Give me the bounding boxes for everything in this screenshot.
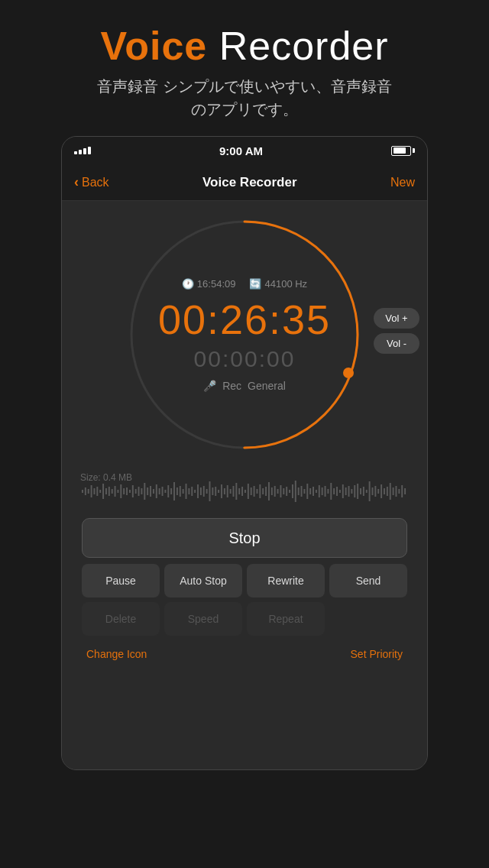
svg-rect-31 <box>164 490 166 493</box>
new-button[interactable]: New <box>390 176 415 189</box>
svg-rect-88 <box>333 488 335 494</box>
frequency-info: 🔄 44100 Hz <box>249 278 307 290</box>
svg-rect-107 <box>390 483 391 500</box>
svg-rect-43 <box>200 487 202 495</box>
svg-rect-68 <box>274 486 276 497</box>
svg-rect-29 <box>159 488 160 494</box>
svg-rect-28 <box>156 484 157 498</box>
svg-rect-12 <box>108 487 110 496</box>
waveform <box>74 472 415 510</box>
auto-stop-button[interactable]: Auto Stop <box>164 564 242 598</box>
svg-rect-47 <box>212 487 213 495</box>
svg-rect-76 <box>298 487 300 495</box>
rec-info: 🎤 Rec General <box>203 380 286 392</box>
stop-button[interactable]: Stop <box>82 518 407 558</box>
svg-rect-23 <box>141 488 142 494</box>
svg-rect-85 <box>325 486 326 497</box>
svg-rect-8 <box>96 487 98 496</box>
svg-rect-71 <box>283 488 284 494</box>
main-timer: 00:26:35 <box>158 296 331 343</box>
svg-rect-78 <box>303 489 305 494</box>
rewrite-button[interactable]: Rewrite <box>247 564 325 598</box>
back-button[interactable]: ‹ Back <box>74 174 109 190</box>
svg-rect-45 <box>206 489 208 494</box>
banner-subtitle: 音声録音 シンプルで使いやすい、音声録音のアプリです。 <box>31 75 458 121</box>
svg-rect-52 <box>227 485 228 497</box>
svg-rect-90 <box>339 490 341 493</box>
svg-rect-100 <box>369 481 371 501</box>
mic-icon: 🎤 <box>203 380 216 392</box>
nav-title: Voice Recorder <box>202 175 296 190</box>
svg-rect-111 <box>401 485 403 497</box>
svg-rect-91 <box>342 484 344 498</box>
svg-rect-13 <box>112 489 113 494</box>
svg-rect-77 <box>301 486 303 497</box>
status-time: 9:00 AM <box>219 144 263 157</box>
svg-rect-95 <box>354 485 355 497</box>
signal-bars <box>74 147 91 154</box>
svg-rect-98 <box>363 487 364 496</box>
svg-rect-96 <box>357 484 358 499</box>
pause-button[interactable]: Pause <box>82 564 160 598</box>
svg-rect-54 <box>233 486 235 497</box>
svg-rect-93 <box>348 486 350 497</box>
svg-rect-37 <box>183 489 184 494</box>
svg-rect-27 <box>153 489 154 494</box>
svg-rect-112 <box>404 488 406 494</box>
svg-rect-79 <box>306 484 308 499</box>
rec-label: Rec <box>222 380 241 392</box>
svg-rect-17 <box>123 488 125 494</box>
svg-rect-40 <box>191 487 193 496</box>
svg-rect-9 <box>99 490 101 493</box>
svg-rect-102 <box>374 486 376 497</box>
svg-rect-57 <box>241 487 243 496</box>
duration-value: 16:54:09 <box>197 278 236 290</box>
banner-title-white: Recorder <box>207 24 388 68</box>
svg-rect-66 <box>268 482 270 500</box>
frequency-value: 44100 Hz <box>264 278 307 290</box>
svg-rect-101 <box>372 487 374 495</box>
send-button[interactable]: Send <box>329 564 407 598</box>
vol-plus-button[interactable]: Vol + <box>374 308 419 329</box>
svg-rect-20 <box>132 485 134 497</box>
change-icon-link[interactable]: Change Icon <box>86 648 147 660</box>
svg-rect-30 <box>162 487 164 496</box>
svg-rect-38 <box>186 484 187 499</box>
svg-rect-62 <box>256 489 257 494</box>
bottom-links: Change Icon Set Priority <box>74 640 415 669</box>
banner-title: Voice Recorder <box>31 23 458 69</box>
svg-rect-58 <box>244 490 246 493</box>
vol-minus-button[interactable]: Vol - <box>374 333 419 354</box>
svg-rect-50 <box>221 484 222 498</box>
svg-rect-83 <box>319 485 320 497</box>
svg-rect-81 <box>313 487 314 496</box>
status-bar: 9:00 AM <box>62 137 427 164</box>
banner: Voice Recorder 音声録音 シンプルで使いやすい、音声録音のアプリで… <box>0 0 489 136</box>
svg-rect-72 <box>286 487 287 496</box>
svg-rect-53 <box>230 489 232 494</box>
circle-content: 🕐 16:54:09 🔄 44100 Hz 00:26:35 00:00:00 … <box>122 212 367 457</box>
svg-rect-75 <box>295 481 296 502</box>
phone-frame: 9:00 AM ‹ Back Voice Recorder New <box>61 136 428 770</box>
svg-rect-41 <box>194 490 196 493</box>
svg-rect-10 <box>102 484 104 499</box>
svg-rect-51 <box>224 488 225 494</box>
svg-rect-108 <box>393 487 394 495</box>
delete-button: Delete <box>82 602 160 636</box>
frequency-icon: 🔄 <box>249 278 261 290</box>
controls-grid: Pause Auto Stop Rewrite Send Delete Spee… <box>74 564 415 636</box>
svg-rect-46 <box>209 481 211 501</box>
svg-rect-21 <box>135 489 137 494</box>
svg-rect-25 <box>147 487 148 495</box>
svg-rect-44 <box>203 486 205 497</box>
banner-title-orange: Voice <box>100 24 207 68</box>
set-priority-link[interactable]: Set Priority <box>351 648 403 660</box>
svg-rect-73 <box>289 490 290 493</box>
svg-rect-48 <box>215 487 216 496</box>
general-label: General <box>248 380 286 392</box>
svg-rect-49 <box>218 490 219 493</box>
svg-rect-32 <box>167 485 169 497</box>
svg-rect-110 <box>398 489 400 494</box>
repeat-button: Repeat <box>247 602 325 636</box>
clock-icon: 🕐 <box>182 278 194 290</box>
